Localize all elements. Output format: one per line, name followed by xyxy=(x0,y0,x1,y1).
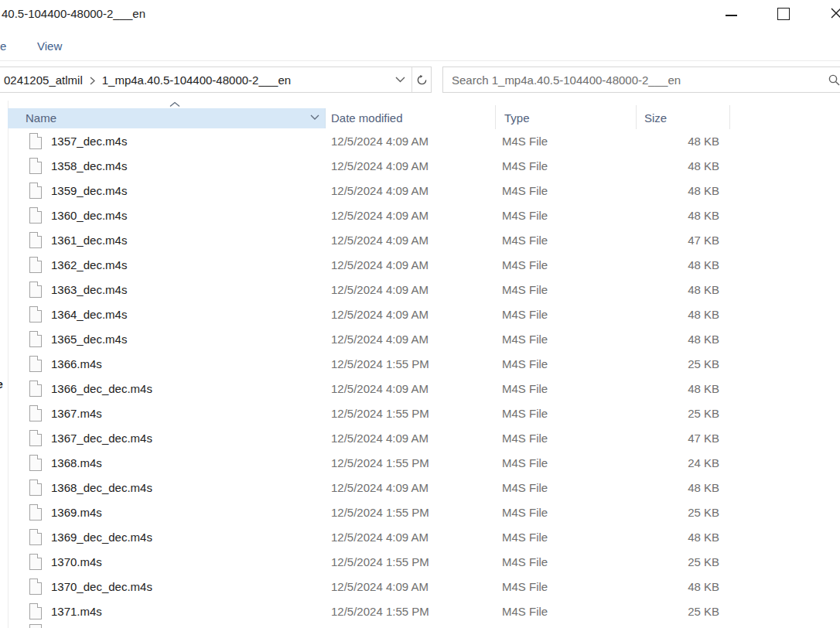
file-date-modified: 12/5/2024 4:09 AM xyxy=(331,129,429,154)
file-type: M4S File xyxy=(502,278,548,302)
file-type: M4S File xyxy=(502,154,548,179)
column-header-type[interactable]: Type xyxy=(504,108,530,128)
file-icon xyxy=(29,504,42,520)
file-name[interactable]: 1371.m4s xyxy=(51,599,102,624)
file-date-modified: 12/5/2024 1:55 PM xyxy=(331,451,429,476)
navigation-pane-item-fragment[interactable]: e xyxy=(0,378,3,391)
file-type: M4S File xyxy=(502,253,548,278)
file-row[interactable]: 1370.m4s 12/5/2024 1:55 PM M4S File 25 K… xyxy=(8,550,840,575)
file-name[interactable]: 1361_dec.m4s xyxy=(51,228,127,253)
file-size: 48 KB xyxy=(565,302,719,327)
file-size: 48 KB xyxy=(565,278,719,302)
file-name[interactable]: 1369_dec_dec.m4s xyxy=(51,525,152,550)
file-date-modified: 12/5/2024 1:55 PM xyxy=(331,500,429,525)
file-row[interactable]: 1361_dec.m4s 12/5/2024 4:09 AM M4S File … xyxy=(8,228,840,253)
file-size: 25 KB xyxy=(565,500,719,525)
column-separator[interactable] xyxy=(636,105,637,129)
file-size: 48 KB xyxy=(565,476,719,500)
breadcrumb-parent-folder[interactable]: 0241205_atlmil xyxy=(4,73,83,87)
file-name[interactable]: 1363_dec.m4s xyxy=(51,278,127,302)
file-size: 25 KB xyxy=(565,599,719,624)
file-type: M4S File xyxy=(502,228,548,253)
file-row[interactable]: 1367.m4s 12/5/2024 1:55 PM M4S File 25 K… xyxy=(8,401,840,426)
file-row[interactable]: 1366_dec_dec.m4s 12/5/2024 4:09 AM M4S F… xyxy=(8,377,840,401)
file-row[interactable]: 1363_dec.m4s 12/5/2024 4:09 AM M4S File … xyxy=(8,278,840,302)
file-icon xyxy=(29,331,42,347)
file-size: 48 KB xyxy=(565,327,719,352)
file-name[interactable]: 1359_dec.m4s xyxy=(51,179,127,203)
search-icon[interactable] xyxy=(828,73,840,87)
file-row[interactable]: 1371.m4s 12/5/2024 1:55 PM M4S File 25 K… xyxy=(8,599,840,624)
file-type: M4S File xyxy=(502,500,548,525)
file-type: M4S File xyxy=(502,352,548,377)
address-dropdown-button[interactable] xyxy=(388,67,411,92)
file-type: M4S File xyxy=(502,302,548,327)
file-name[interactable]: 1366.m4s xyxy=(51,352,102,377)
file-name[interactable]: 1362_dec.m4s xyxy=(51,253,127,278)
file-date-modified: 12/5/2024 4:09 AM xyxy=(331,327,429,352)
column-header-size[interactable]: Size xyxy=(644,108,667,128)
file-date-modified: 12/5/2024 4:09 AM xyxy=(331,302,429,327)
breadcrumb-separator-icon[interactable] xyxy=(90,77,95,85)
ribbon-tab-view[interactable]: View xyxy=(37,39,62,53)
file-size: 48 KB xyxy=(565,129,719,154)
file-name[interactable]: 1364_dec.m4s xyxy=(51,302,127,327)
file-row[interactable]: 1368.m4s 12/5/2024 1:55 PM M4S File 24 K… xyxy=(8,451,840,476)
column-header-date-modified[interactable]: Date modified xyxy=(331,108,403,128)
ribbon-tab-partial[interactable]: e xyxy=(0,39,6,53)
column-header-name[interactable]: Name xyxy=(26,108,56,128)
file-icon xyxy=(29,529,42,545)
name-filter-dropdown[interactable] xyxy=(310,114,319,120)
file-row[interactable]: 1359_dec.m4s 12/5/2024 4:09 AM M4S File … xyxy=(8,179,840,203)
file-row[interactable]: 1369.m4s 12/5/2024 1:55 PM M4S File 25 K… xyxy=(8,500,840,525)
file-row[interactable]: 1368_dec_dec.m4s 12/5/2024 4:09 AM M4S F… xyxy=(8,476,840,500)
file-row[interactable]: 1369_dec_dec.m4s 12/5/2024 4:09 AM M4S F… xyxy=(8,525,840,550)
file-row[interactable]: 1365_dec.m4s 12/5/2024 4:09 AM M4S File … xyxy=(8,327,840,352)
file-name[interactable]: 1365_dec.m4s xyxy=(51,327,127,352)
file-size: 48 KB xyxy=(565,575,719,599)
file-icon xyxy=(29,257,42,273)
refresh-button[interactable] xyxy=(411,67,431,92)
file-name[interactable]: 1367.m4s xyxy=(51,401,102,426)
file-icon xyxy=(29,405,42,422)
file-date-modified: 12/5/2024 1:55 PM xyxy=(331,550,429,575)
maximize-button[interactable] xyxy=(766,0,801,26)
file-date-modified: 12/5/2024 4:09 AM xyxy=(331,476,429,500)
file-row[interactable]: 1364_dec.m4s 12/5/2024 4:09 AM M4S File … xyxy=(8,302,840,327)
column-separator[interactable] xyxy=(729,105,730,129)
file-name[interactable]: 1368_dec_dec.m4s xyxy=(51,476,152,500)
close-button[interactable] xyxy=(818,0,840,26)
file-name[interactable]: 1368.m4s xyxy=(51,451,102,476)
column-separator[interactable] xyxy=(495,105,496,129)
file-icon xyxy=(29,480,42,496)
file-date-modified: 12/5/2024 1:55 PM xyxy=(331,352,429,377)
file-icon xyxy=(29,603,42,619)
file-row[interactable]: 1370_dec_dec.m4s 12/5/2024 4:09 AM M4S F… xyxy=(8,575,840,599)
file-name[interactable]: 1370.m4s xyxy=(51,550,102,575)
file-row[interactable]: 1360_dec.m4s 12/5/2024 4:09 AM M4S File … xyxy=(8,203,840,228)
file-type: M4S File xyxy=(502,377,548,401)
breadcrumb-current-folder[interactable]: 1_mp4a.40.5-104400-48000-2___en xyxy=(102,73,291,87)
file-row[interactable]: 1357_dec.m4s 12/5/2024 4:09 AM M4S File … xyxy=(8,129,840,154)
file-type: M4S File xyxy=(502,525,548,550)
file-icon xyxy=(29,282,42,298)
file-name[interactable]: 1358_dec.m4s xyxy=(51,154,127,179)
file-name[interactable]: 1366_dec_dec.m4s xyxy=(51,377,152,401)
maximize-icon xyxy=(777,8,790,20)
file-row[interactable]: 1366.m4s 12/5/2024 1:55 PM M4S File 25 K… xyxy=(8,352,840,377)
search-input[interactable] xyxy=(443,67,840,92)
file-name[interactable]: 1357_dec.m4s xyxy=(51,129,127,154)
address-bar-controls xyxy=(388,67,431,92)
address-bar[interactable]: 0241205_atlmil 1_mp4a.40.5-104400-48000-… xyxy=(0,67,432,93)
file-name[interactable]: 1367_dec_dec.m4s xyxy=(51,426,152,451)
file-name[interactable]: 1369.m4s xyxy=(51,500,102,525)
file-size: 25 KB xyxy=(565,401,719,426)
minimize-button[interactable] xyxy=(713,0,749,26)
file-size: 24 KB xyxy=(565,451,719,476)
file-name[interactable]: 1370_dec_dec.m4s xyxy=(51,575,152,599)
file-row[interactable]: 1367_dec_dec.m4s 12/5/2024 4:09 AM M4S F… xyxy=(8,426,840,451)
file-row[interactable]: 1358_dec.m4s 12/5/2024 4:09 AM M4S File … xyxy=(8,154,840,179)
file-row[interactable]: 1362_dec.m4s 12/5/2024 4:09 AM M4S File … xyxy=(8,253,840,278)
file-type: M4S File xyxy=(502,599,548,624)
file-name[interactable]: 1360_dec.m4s xyxy=(51,203,127,228)
